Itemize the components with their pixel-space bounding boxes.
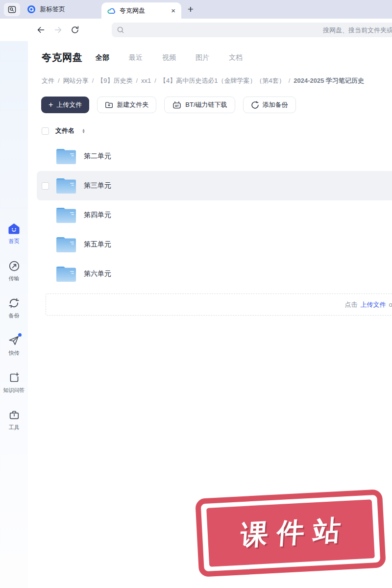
browser-tab-quark-drive[interactable]: 夸克网盘 × <box>101 2 181 19</box>
browser-tabbar: 新标签页 夸克网盘 × + <box>0 0 392 19</box>
breadcrumb: 文件/网站分享/【9】历史类/xx1/【4】高中历史选必1（金牌学案）（第4套）… <box>42 76 392 85</box>
tab-label: 新标签页 <box>40 5 65 14</box>
action-buttons: + 上传文件 新建文件夹 BT BT/磁力链下载 添加备份 <box>41 97 392 113</box>
browser-tab-newtab[interactable]: 新标签页 <box>27 5 101 14</box>
forward-button[interactable] <box>53 25 63 35</box>
tab-image[interactable]: 图片 <box>196 53 209 62</box>
watermark-stamp: 课件站 <box>195 489 386 577</box>
sidebar-item-label: 首页 <box>9 238 20 245</box>
breadcrumb-separator: / <box>58 77 60 84</box>
sidebar-item-label: 快传 <box>9 349 20 357</box>
breadcrumb-separator: / <box>289 77 291 84</box>
folder-icon <box>55 176 77 195</box>
stamp-background: 课件站 <box>206 499 375 567</box>
search-icon <box>117 26 124 34</box>
breadcrumb-item[interactable]: xx1 <box>141 77 151 84</box>
knowledge-icon <box>8 372 20 384</box>
forward-arrow-icon <box>53 25 63 34</box>
back-button[interactable] <box>36 25 46 35</box>
tab-close-icon[interactable]: × <box>171 7 175 14</box>
upload-hint-prefix: 点击 <box>344 300 357 309</box>
tab-all[interactable]: 全部 <box>96 53 109 62</box>
tab-video[interactable]: 视频 <box>162 53 176 62</box>
quark-browser-icon <box>27 5 35 13</box>
upload-file-button[interactable]: + 上传文件 <box>41 97 89 113</box>
window-search-icon <box>8 6 16 13</box>
notification-dot <box>18 333 22 337</box>
file-list: 第二单元 第三单元 第四单元 <box>28 142 392 289</box>
backup-icon <box>8 297 20 309</box>
svg-text:BT: BT <box>175 104 179 107</box>
add-backup-icon <box>251 101 259 109</box>
tools-icon <box>8 409 20 421</box>
folder-name: 第四单元 <box>84 211 111 220</box>
filter-tabs: 全部 最近 视频 图片 文档 <box>96 53 243 62</box>
sidebar-item-label: 备份 <box>9 312 20 319</box>
upload-hint-suffix: or <box>389 301 392 308</box>
folder-name: 第三单元 <box>84 181 111 190</box>
row-checkbox[interactable] <box>42 182 49 190</box>
sidebar-item-backup[interactable]: 备份 <box>8 296 20 319</box>
add-backup-button[interactable]: 添加备份 <box>243 97 296 113</box>
new-tab-button[interactable]: + <box>185 3 196 15</box>
sidebar-item-label: 传输 <box>9 275 20 282</box>
new-folder-button[interactable]: 新建文件夹 <box>97 97 156 113</box>
refresh-icon <box>71 25 79 34</box>
tab-search-button[interactable] <box>4 3 20 16</box>
quark-drive-cloud-icon <box>107 7 116 14</box>
new-folder-icon <box>105 101 113 109</box>
breadcrumb-item[interactable]: 【9】历史类 <box>97 77 132 84</box>
folder-row[interactable]: 第二单元 <box>37 142 392 171</box>
folder-icon <box>55 206 77 224</box>
folder-row[interactable]: 第六单元 <box>37 259 392 289</box>
bt-download-icon: BT <box>172 100 182 110</box>
breadcrumb-separator: / <box>154 77 156 84</box>
folder-icon <box>55 147 77 166</box>
file-list-header: 文件名 ▲ ▼ <box>42 126 392 135</box>
upload-file-link[interactable]: 上传文件 <box>360 300 386 309</box>
tab-recent[interactable]: 最近 <box>129 53 143 62</box>
sidebar-item-label: 知识问答 <box>3 387 25 394</box>
back-arrow-icon <box>36 25 46 34</box>
sidebar-item-fast-transfer[interactable]: 快传 <box>8 334 20 357</box>
upload-dropzone[interactable]: 点击 上传文件 or <box>46 294 392 316</box>
sidebar-item-transfer[interactable]: 传输 <box>8 259 20 282</box>
breadcrumb-item[interactable]: 文件 <box>42 77 54 84</box>
search-input[interactable] <box>127 26 392 34</box>
sidebar-item-home[interactable]: 首页 <box>8 222 20 245</box>
breadcrumb-current: 2024-2025 学习笔记历史 <box>294 77 364 84</box>
breadcrumb-item[interactable]: 网站分享 <box>63 77 89 84</box>
breadcrumb-separator: / <box>136 77 138 84</box>
folder-row[interactable]: 第四单元 <box>37 200 392 230</box>
column-filename: 文件名 <box>55 126 74 135</box>
sidebar: 首页 传输 备份 快传 <box>0 41 28 588</box>
browser-toolbar <box>0 19 392 41</box>
tab-label: 夸克网盘 <box>120 6 145 15</box>
tab-doc[interactable]: 文档 <box>229 53 243 62</box>
breadcrumb-item[interactable]: 【4】高中历史选必1（金牌学案）（第4套） <box>160 77 285 84</box>
folder-name: 第五单元 <box>84 240 111 249</box>
sidebar-item-tools[interactable]: 工具 <box>8 408 20 431</box>
folder-name: 第六单元 <box>84 270 111 278</box>
bt-magnet-download-button[interactable]: BT BT/磁力链下载 <box>164 97 235 113</box>
page-title: 夸克网盘 <box>42 51 83 64</box>
folder-name: 第二单元 <box>84 152 111 161</box>
sidebar-item-knowledge[interactable]: 知识问答 <box>3 371 25 394</box>
refresh-button[interactable] <box>70 25 80 35</box>
folder-row[interactable]: 第三单元 <box>37 171 392 200</box>
select-all-checkbox[interactable] <box>42 127 49 135</box>
drive-search-bar[interactable] <box>112 23 392 37</box>
sidebar-item-label: 工具 <box>9 424 20 431</box>
folder-icon <box>55 235 77 254</box>
home-icon <box>8 222 20 235</box>
folder-row[interactable]: 第五单元 <box>37 230 392 259</box>
plus-icon: + <box>49 100 53 109</box>
folder-icon <box>55 265 77 283</box>
sort-icon[interactable]: ▲ ▼ <box>82 128 85 133</box>
stamp-text: 课件站 <box>230 512 350 555</box>
breadcrumb-separator: / <box>92 77 94 84</box>
transfer-icon <box>8 260 20 272</box>
